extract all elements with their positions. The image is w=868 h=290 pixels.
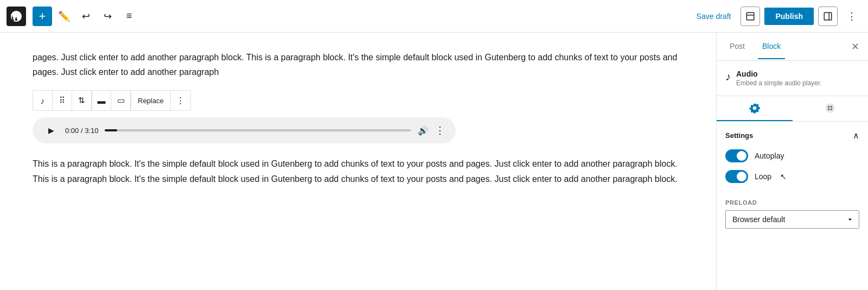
autoplay-toggle-row: Autoplay (725, 149, 859, 162)
block-name: Audio (736, 70, 821, 78)
more-block-options-btn[interactable]: ⋮ (171, 91, 190, 110)
undo-button[interactable]: ↩ (76, 7, 95, 26)
autoplay-toggle[interactable] (725, 149, 748, 162)
audio-icon-btn[interactable]: ♪ (33, 91, 53, 110)
settings-title: Settings (725, 131, 753, 140)
wp-logo (7, 7, 26, 26)
align-left-btn[interactable]: ▬ (92, 91, 111, 110)
block-toolbar: ♪ ⠿ ⇅ ▬ ▭ Replace ⋮ (33, 90, 191, 111)
settings-header: Settings ∧ (725, 130, 859, 141)
save-draft-button[interactable]: Save draft (691, 9, 737, 24)
progress-bar[interactable] (105, 129, 411, 131)
audio-block-icon: ♪ (725, 71, 731, 83)
sidebar-toggle-button[interactable] (818, 7, 838, 26)
tab-post[interactable]: Post (725, 34, 749, 59)
list-view-button[interactable]: ≡ (119, 7, 139, 26)
audio-more-button[interactable]: ⋮ (435, 124, 445, 136)
main-toolbar: + ✏️ ↩ ↪ ≡ Save draft Publish ⋮ (0, 0, 868, 33)
redo-button[interactable]: ↪ (98, 7, 117, 26)
cursor-indicator: ↖ (780, 172, 787, 181)
publish-button[interactable]: Publish (764, 8, 814, 25)
settings-collapse-button[interactable]: ∧ (853, 130, 859, 141)
block-tabs (717, 96, 868, 122)
tab-styles-icon[interactable] (793, 96, 869, 121)
main-layout: pages. Just click enter to add another p… (0, 33, 868, 290)
time-display: 0:00 / 3:10 (65, 127, 98, 135)
preload-select[interactable]: Browser default Auto Metadata None (725, 210, 859, 229)
sidebar: Post Block ✕ ♪ Audio Embed a simple audi… (716, 33, 868, 290)
preview-button[interactable] (741, 7, 760, 26)
block-description: Embed a simple audio player. (736, 79, 821, 87)
add-block-button[interactable]: + (33, 7, 52, 26)
sidebar-close-button[interactable]: ✕ (851, 42, 859, 52)
volume-button[interactable]: 🔊 (418, 125, 429, 136)
loop-toggle-row: Loop ↖ (725, 170, 859, 183)
editor-area: pages. Just click enter to add another p… (0, 33, 716, 290)
progress-fill (105, 129, 117, 131)
align-center-btn[interactable]: ▭ (111, 91, 131, 110)
toolbar-right: Save draft Publish ⋮ (691, 7, 861, 26)
preload-label: PRELOAD (725, 199, 859, 206)
sidebar-header: Post Block ✕ (717, 33, 868, 61)
tab-block[interactable]: Block (758, 34, 785, 59)
drag-handle-btn[interactable]: ⠿ (53, 91, 72, 110)
svg-rect-1 (824, 12, 832, 20)
paragraph-block-1: pages. Just click enter to add another p… (33, 50, 684, 79)
block-info: ♪ Audio Embed a simple audio player. (717, 61, 868, 96)
replace-button[interactable]: Replace (131, 91, 171, 110)
svg-rect-0 (747, 12, 755, 20)
preload-section: PRELOAD Browser default Auto Metadata No… (717, 199, 868, 237)
loop-toggle[interactable] (725, 170, 748, 183)
move-up-down-btn[interactable]: ⇅ (72, 91, 92, 110)
tab-settings-icon[interactable] (717, 96, 793, 121)
play-button[interactable]: ▶ (43, 123, 59, 138)
settings-section: Settings ∧ Autoplay Loop ↖ (717, 122, 868, 199)
loop-label: Loop (755, 172, 771, 181)
autoplay-label: Autoplay (755, 152, 784, 160)
more-options-button[interactable]: ⋮ (842, 7, 861, 26)
block-info-text: Audio Embed a simple audio player. (736, 70, 821, 87)
audio-player: ▶ 0:00 / 3:10 🔊 ⋮ (33, 117, 456, 143)
paragraph-block-2: This is a paragraph block. It's the simp… (33, 156, 684, 186)
edit-mode-button[interactable]: ✏️ (54, 7, 74, 26)
